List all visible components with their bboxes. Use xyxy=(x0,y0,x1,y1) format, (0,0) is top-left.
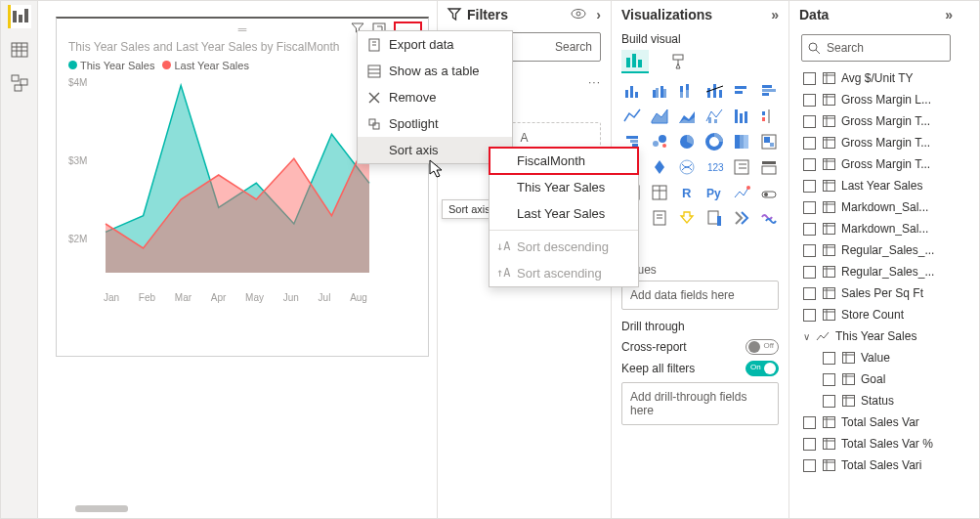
cross-report-label: Cross-report xyxy=(621,340,687,354)
viz-type-icon[interactable] xyxy=(649,132,670,151)
build-visual-tab[interactable] xyxy=(621,50,649,73)
format-visual-tab[interactable] xyxy=(666,50,694,73)
viz-type-icon[interactable] xyxy=(703,107,725,126)
viz-type-icon[interactable] xyxy=(676,107,698,126)
drill-through-dropzone[interactable]: Add drill-through fields here xyxy=(621,382,779,425)
viz-type-icon[interactable] xyxy=(649,107,670,126)
viz-type-icon[interactable] xyxy=(758,132,780,151)
field-checkbox[interactable] xyxy=(823,395,835,408)
viz-type-icon[interactable] xyxy=(649,157,670,177)
submenu-this-year-sales[interactable]: This Year Sales xyxy=(490,174,638,200)
submenu-fiscalmonth[interactable]: FiscalMonth xyxy=(490,148,638,174)
viz-type-icon[interactable] xyxy=(703,132,725,151)
field-row[interactable]: Sales Per Sq Ft xyxy=(793,282,959,304)
viz-type-icon[interactable] xyxy=(731,107,752,126)
field-checkbox[interactable] xyxy=(803,287,816,300)
field-checkbox[interactable] xyxy=(803,223,816,236)
viz-type-icon[interactable] xyxy=(703,208,725,228)
field-row[interactable]: Gross Margin T... xyxy=(793,153,959,175)
field-checkbox[interactable] xyxy=(803,459,816,472)
field-row[interactable]: Gross Margin L... xyxy=(793,89,959,110)
drag-grip-icon[interactable]: ═ xyxy=(238,22,247,36)
field-checkbox[interactable] xyxy=(803,137,816,150)
submenu-last-year-sales[interactable]: Last Year Sales xyxy=(490,200,638,227)
field-subrow[interactable]: Goal xyxy=(793,368,959,390)
field-checkbox[interactable] xyxy=(803,416,816,429)
model-view-icon[interactable] xyxy=(8,71,31,95)
viz-type-icon[interactable] xyxy=(758,208,780,228)
viz-type-icon[interactable] xyxy=(676,81,698,101)
field-checkbox[interactable] xyxy=(803,438,816,451)
field-row-kpi[interactable]: ∨This Year Sales xyxy=(793,325,959,347)
field-subrow[interactable]: Value xyxy=(793,347,959,368)
viz-type-icon[interactable] xyxy=(758,107,780,126)
field-row[interactable]: Gross Margin T... xyxy=(793,110,959,132)
field-checkbox[interactable] xyxy=(803,115,816,128)
svg-rect-132 xyxy=(823,310,834,321)
field-row[interactable]: Regular_Sales_... xyxy=(793,239,959,261)
menu-remove[interactable]: Remove xyxy=(358,84,512,110)
keep-filters-toggle[interactable]: On xyxy=(746,361,779,376)
viz-type-icon[interactable] xyxy=(758,157,780,177)
viz-type-icon[interactable] xyxy=(731,208,752,228)
horizontal-scrollbar[interactable] xyxy=(75,505,128,512)
viz-type-icon[interactable] xyxy=(621,107,643,126)
viz-type-icon[interactable] xyxy=(676,208,698,228)
values-dropzone[interactable]: Add data fields here xyxy=(621,281,779,310)
field-checkbox[interactable] xyxy=(803,180,816,193)
viz-type-icon[interactable] xyxy=(676,132,698,151)
table-column-icon xyxy=(841,394,855,408)
expand-caret-icon[interactable]: ∨ xyxy=(803,331,810,342)
field-checkbox[interactable] xyxy=(803,94,816,107)
menu-show-as-table[interactable]: Show as a table xyxy=(358,58,512,84)
viz-type-icon[interactable] xyxy=(649,81,670,101)
field-checkbox[interactable] xyxy=(823,352,835,365)
field-row[interactable]: Last Year Sales xyxy=(793,175,959,196)
collapse-icon[interactable]: » xyxy=(771,7,779,22)
field-row[interactable]: Store Count xyxy=(793,304,959,325)
submenu-sort-descending[interactable]: ↓ASort descending xyxy=(490,234,638,260)
menu-spotlight[interactable]: Spotlight xyxy=(358,110,512,137)
field-row[interactable]: Total Sales Var xyxy=(793,411,959,433)
viz-type-icon[interactable] xyxy=(758,81,780,101)
viz-type-icon[interactable]: Py xyxy=(703,183,725,202)
field-row[interactable]: Total Sales Vari xyxy=(793,454,959,476)
viz-type-icon[interactable]: 123 xyxy=(703,157,725,177)
viz-type-icon[interactable] xyxy=(649,208,670,228)
field-checkbox[interactable] xyxy=(803,201,816,214)
viz-type-icon[interactable] xyxy=(649,183,670,202)
field-checkbox[interactable] xyxy=(803,158,816,171)
data-view-icon[interactable] xyxy=(8,38,31,62)
collapse-icon[interactable]: » xyxy=(945,7,953,22)
field-checkbox[interactable] xyxy=(803,309,816,322)
viz-type-icon[interactable] xyxy=(758,183,780,202)
field-checkbox[interactable] xyxy=(803,266,816,279)
menu-export-data[interactable]: Export data xyxy=(358,31,512,58)
viz-type-icon[interactable] xyxy=(676,157,698,177)
field-row[interactable]: Avg $/Unit TY xyxy=(793,67,959,89)
field-row[interactable]: Total Sales Var % xyxy=(793,433,959,454)
field-checkbox[interactable] xyxy=(823,373,835,386)
field-row[interactable]: Markdown_Sal... xyxy=(793,196,959,218)
viz-type-icon[interactable] xyxy=(703,81,725,101)
field-row[interactable]: Gross Margin T... xyxy=(793,132,959,153)
drill-through-label: Drill through xyxy=(621,320,779,333)
viz-type-icon[interactable]: R xyxy=(676,183,698,202)
viz-type-icon[interactable] xyxy=(731,183,752,202)
viz-type-icon[interactable] xyxy=(731,157,752,177)
field-row[interactable]: Markdown_Sal... xyxy=(793,218,959,239)
cross-report-toggle[interactable]: Off xyxy=(746,339,779,355)
report-view-icon[interactable] xyxy=(8,5,31,28)
viz-type-icon[interactable] xyxy=(731,81,752,101)
viz-type-icon[interactable] xyxy=(621,81,643,101)
field-checkbox[interactable] xyxy=(803,72,816,85)
collapse-icon[interactable]: › xyxy=(596,7,601,22)
section-more-icon[interactable]: ··· xyxy=(588,75,601,89)
field-subrow[interactable]: Status xyxy=(793,390,959,411)
submenu-sort-ascending[interactable]: ↑ASort ascending xyxy=(490,260,638,286)
viz-type-icon[interactable] xyxy=(731,132,752,151)
data-search[interactable]: Search xyxy=(801,34,951,62)
field-checkbox[interactable] xyxy=(803,244,816,257)
show-hide-icon[interactable] xyxy=(571,7,586,22)
field-row[interactable]: Regular_Sales_... xyxy=(793,261,959,282)
